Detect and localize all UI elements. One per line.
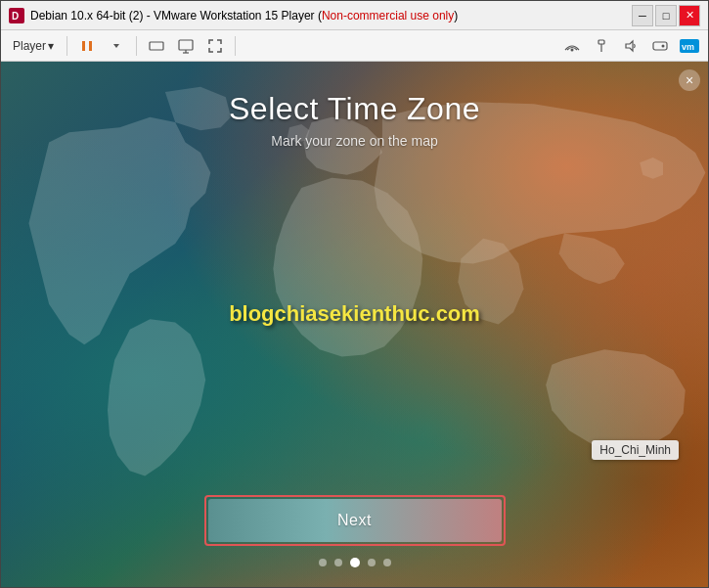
toolbar-right: vm [559, 34, 702, 58]
next-button[interactable]: Next [208, 499, 502, 542]
minimize-button[interactable]: ─ [632, 5, 653, 26]
next-button-wrapper: Next [204, 495, 506, 546]
svg-marker-15 [626, 41, 633, 51]
svg-rect-16 [653, 42, 667, 50]
svg-rect-3 [89, 41, 92, 51]
title-bar: D Debian 10.x 64-bit (2) - VMware Workst… [1, 1, 708, 30]
chevron-down-icon [111, 41, 121, 51]
send-ctrl-alt-del-button[interactable] [144, 34, 169, 58]
dot-3-active [350, 558, 360, 567]
page-subtitle: Mark your zone on the map [271, 133, 437, 149]
svg-rect-13 [598, 40, 604, 44]
window-controls: ─ □ ✕ [632, 5, 700, 26]
view-button[interactable] [173, 34, 199, 58]
svg-point-17 [662, 44, 665, 47]
page-title: Select Time Zone [229, 91, 480, 127]
vmware-window: D Debian 10.x 64-bit (2) - VMware Workst… [0, 0, 709, 588]
player-menu-button[interactable]: Player ▾ [7, 34, 60, 58]
toolbar-separator-2 [136, 36, 137, 56]
svg-text:vm: vm [682, 42, 694, 52]
toolbar: Player ▾ [1, 30, 708, 62]
toolbar-separator-3 [235, 36, 236, 56]
screen-icon [178, 38, 194, 54]
svg-rect-5 [150, 42, 163, 50]
dot-1 [319, 559, 327, 566]
close-button[interactable]: ✕ [679, 5, 700, 26]
hdd-icon [652, 38, 668, 54]
dot-5 [383, 559, 391, 566]
keyboard-icon [149, 38, 164, 54]
pagination-dots [319, 558, 391, 567]
app-icon: D [9, 8, 24, 23]
dropdown-button[interactable] [104, 34, 129, 58]
network-icon-btn[interactable] [559, 34, 585, 58]
hdd-button[interactable] [647, 34, 673, 58]
vmware-logo-icon: vm [680, 39, 699, 53]
bottom-area: Next [1, 495, 708, 587]
sound-icon [623, 38, 639, 54]
svg-point-12 [571, 48, 574, 51]
vmware-button[interactable]: vm [677, 34, 702, 58]
usb-button[interactable] [589, 34, 614, 58]
svg-rect-9 [179, 40, 193, 50]
pause-button[interactable] [74, 34, 100, 58]
usb-icon [594, 38, 609, 54]
maximize-button[interactable]: □ [655, 5, 677, 26]
window-title: Debian 10.x 64-bit (2) - VMware Workstat… [30, 9, 626, 23]
fullscreen-button[interactable] [202, 34, 228, 58]
pause-icon [79, 38, 95, 54]
watermark: blogchiasekienthuc.com [229, 301, 480, 327]
fullscreen-icon [207, 38, 223, 54]
player-dropdown-icon: ▾ [48, 39, 54, 53]
svg-text:D: D [12, 11, 19, 22]
svg-rect-2 [82, 41, 85, 51]
dot-2 [334, 559, 342, 566]
svg-marker-4 [113, 44, 119, 48]
player-label: Player [13, 39, 46, 53]
toolbar-separator-1 [66, 36, 67, 56]
network-icon [564, 38, 580, 54]
dot-4 [368, 559, 376, 566]
sound-button[interactable] [618, 34, 643, 58]
vm-content-area: blogchiasekienthuc.com Ho_Chi_Minh × Sel… [1, 62, 708, 587]
